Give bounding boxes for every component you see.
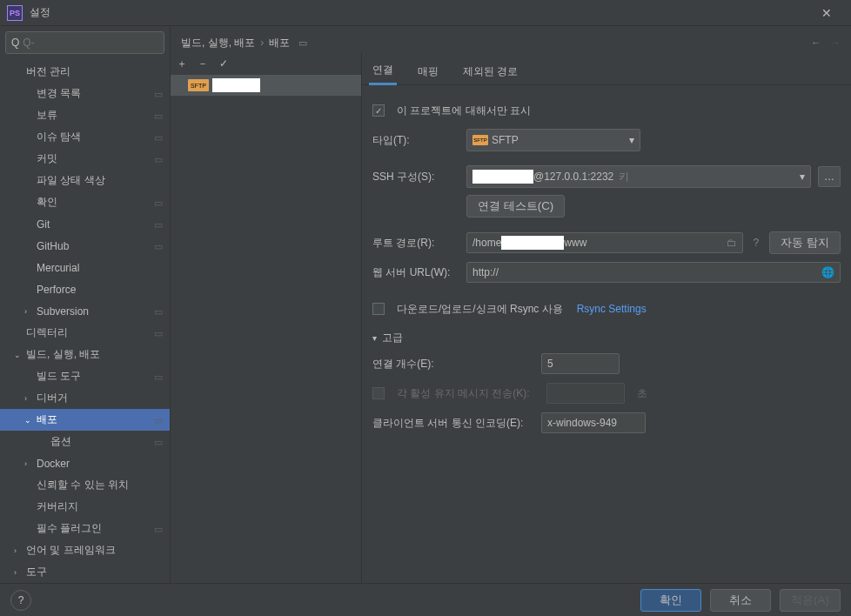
tree-item-13[interactable]: ⌄빌드, 실행, 배포 [0, 344, 170, 365]
root-row: 루트 경로(R): /home www 🗀 ? 자동 탐지 [372, 228, 841, 258]
encoding-row: 클라이언트 서버 통신 인코딩(E): x-windows-949 [372, 408, 841, 438]
add-server-button[interactable]: ＋ [172, 54, 191, 73]
tree-item-17[interactable]: 옵션 [0, 431, 170, 452]
root-redacted [501, 236, 564, 250]
expand-icon: › [24, 307, 33, 316]
expand-icon: › [14, 546, 23, 555]
ssh-label: SSH 구성(S): [372, 170, 459, 184]
tree-item-15[interactable]: ›디버거 [0, 387, 170, 409]
project-indicator-icon [152, 153, 164, 165]
tree-item-11[interactable]: ›Subversion [0, 300, 170, 322]
expand-icon: › [24, 394, 33, 403]
type-value: SFTP [492, 134, 519, 146]
tree-item-6[interactable]: 확인 [0, 191, 170, 213]
tree-item-18[interactable]: ›Docker [0, 452, 170, 474]
tree-item-label: Git [37, 218, 50, 231]
breadcrumb-row: 빌드, 실행, 배포 › 배포 ▭ ← → [171, 26, 851, 52]
tree-item-3[interactable]: 이슈 탐색 [0, 126, 170, 148]
search-box[interactable]: Q [5, 31, 164, 54]
project-indicator-icon [152, 218, 164, 231]
tree-item-21[interactable]: 필수 플러그인 [0, 518, 170, 539]
root-suffix: www [564, 237, 586, 249]
tree-item-2[interactable]: 보류 [0, 104, 170, 126]
tree-item-1[interactable]: 변경 목록 [0, 83, 170, 104]
server-item[interactable]: SFTP [171, 75, 361, 96]
ok-button[interactable]: 확인 [640, 589, 701, 612]
conn-count-input[interactable]: 5 [541, 353, 620, 374]
tree-item-10[interactable]: Perforce [0, 278, 170, 300]
close-button[interactable]: ✕ [809, 0, 844, 26]
encoding-value: x-windows-949 [547, 417, 617, 429]
tab-connection[interactable]: 연결 [369, 57, 397, 85]
test-conn-row: 연결 테스트(C) [372, 191, 841, 221]
keepalive-label: 각 활성 유지 메시지 전송(K): [397, 386, 539, 401]
nav-forward-icon[interactable]: → [830, 37, 841, 49]
tree-item-label: 커버리지 [37, 499, 78, 514]
rsync-settings-link[interactable]: Rsync Settings [577, 303, 647, 315]
conn-count-row: 연결 개수(E): 5 [372, 349, 841, 378]
project-indicator-icon [152, 371, 164, 383]
ssh-more-button[interactable]: … [818, 166, 841, 187]
auto-detect-button[interactable]: 자동 탐지 [769, 231, 841, 254]
web-url-input[interactable]: http:// 🌐 [466, 262, 841, 283]
keepalive-row: 각 활성 유지 메시지 전송(K): 초 [372, 378, 841, 408]
tree-item-19[interactable]: 신뢰할 수 있는 위치 [0, 474, 170, 496]
breadcrumb-sep: › [260, 37, 264, 49]
expand-icon: ⌄ [24, 416, 33, 425]
server-name [212, 78, 260, 92]
folder-icon[interactable]: 🗀 [727, 237, 737, 249]
keepalive-checkbox [372, 387, 385, 399]
ssh-key-hint: 키 [619, 170, 629, 184]
tree-item-16[interactable]: ⌄배포 [0, 409, 170, 431]
encoding-label: 클라이언트 서버 통신 인코딩(E): [372, 416, 534, 431]
nav-back-icon[interactable]: ← [811, 37, 821, 49]
breadcrumb-part-1[interactable]: 배포 [269, 36, 290, 50]
project-indicator-icon [152, 88, 164, 100]
tree-item-9[interactable]: Mercurial [0, 257, 170, 278]
tree-item-0[interactable]: 버전 관리 [0, 61, 170, 83]
project-only-checkbox[interactable] [372, 104, 385, 117]
help-icon[interactable]: ? [750, 237, 763, 249]
search-input[interactable] [23, 37, 158, 49]
sftp-icon: SFTP [188, 79, 209, 91]
remove-server-button[interactable]: － [193, 54, 212, 73]
breadcrumb-part-0[interactable]: 빌드, 실행, 배포 [181, 36, 255, 50]
tab-mapping[interactable]: 매핑 [414, 59, 442, 84]
globe-icon[interactable]: 🌐 [821, 266, 834, 278]
footer-help-button[interactable]: ? [10, 590, 31, 611]
tab-excluded[interactable]: 제외된 경로 [459, 59, 521, 84]
apply-button[interactable]: 적용(A) [780, 589, 841, 612]
tree-item-label: 변경 목록 [37, 86, 81, 101]
tree-item-label: 보류 [37, 108, 57, 123]
advanced-section-toggle[interactable]: 고급 [372, 331, 841, 345]
type-select[interactable]: SFTP SFTP ▾ [466, 129, 640, 151]
advanced-label: 고급 [382, 331, 403, 345]
tabs: 연결 매핑 제외된 경로 [362, 59, 851, 85]
rsync-checkbox[interactable] [372, 303, 385, 315]
root-path-input[interactable]: /home www 🗀 [466, 232, 743, 253]
tree-item-4[interactable]: 커밋 [0, 148, 170, 170]
cancel-button[interactable]: 취소 [710, 589, 771, 612]
check-server-button[interactable]: ✓ [214, 54, 233, 73]
dropdown-icon: ▾ [800, 171, 805, 183]
breadcrumb-indicator-icon: ▭ [298, 37, 307, 49]
tree-item-label: 필수 플러그인 [37, 521, 102, 536]
tree-item-12[interactable]: 디렉터리 [0, 322, 170, 344]
tree-item-7[interactable]: Git [0, 213, 170, 235]
tree-item-label: 빌드 도구 [37, 369, 81, 384]
tree-item-22[interactable]: ›언어 및 프레임워크 [0, 539, 170, 561]
tree-item-label: 확인 [37, 195, 57, 210]
footer: ? 확인 취소 적용(A) [0, 583, 851, 616]
tree-item-14[interactable]: 빌드 도구 [0, 365, 170, 387]
encoding-input[interactable]: x-windows-949 [541, 412, 646, 433]
server-list-toolbar: ＋ － ✓ [171, 52, 361, 75]
form-area: 이 프로젝트에 대해서만 표시 타입(T): SFTP SFTP ▾ [362, 85, 851, 438]
ssh-row: SSH 구성(S): @127.0.0.1:2232 키 ▾ … [372, 162, 841, 191]
tree-item-23[interactable]: ›도구 [0, 561, 170, 583]
ssh-select[interactable]: @127.0.0.1:2232 키 ▾ [466, 165, 811, 188]
tree-item-5[interactable]: 파일 상태 색상 [0, 170, 170, 191]
server-list: SFTP [171, 75, 361, 583]
tree-item-20[interactable]: 커버리지 [0, 496, 170, 518]
tree-item-8[interactable]: GitHub [0, 235, 170, 257]
test-connection-button[interactable]: 연결 테스트(C) [466, 195, 565, 218]
